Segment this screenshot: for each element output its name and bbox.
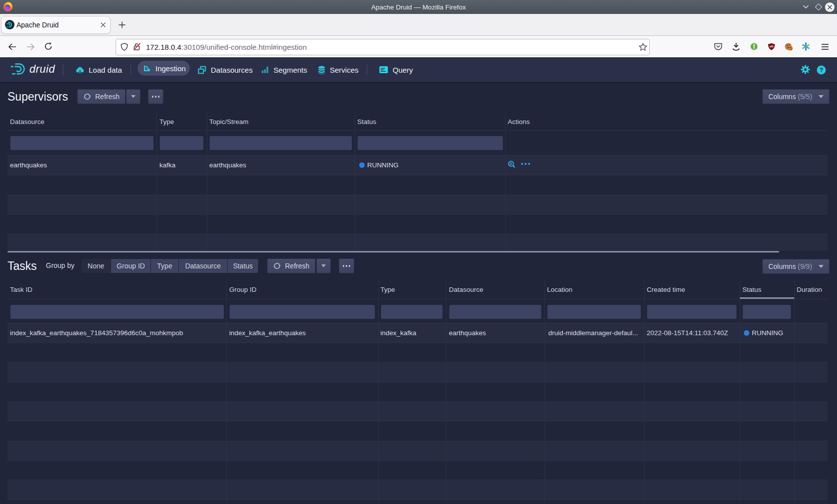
- svg-text:?: ?: [820, 67, 824, 74]
- svg-text:uO: uO: [770, 45, 774, 48]
